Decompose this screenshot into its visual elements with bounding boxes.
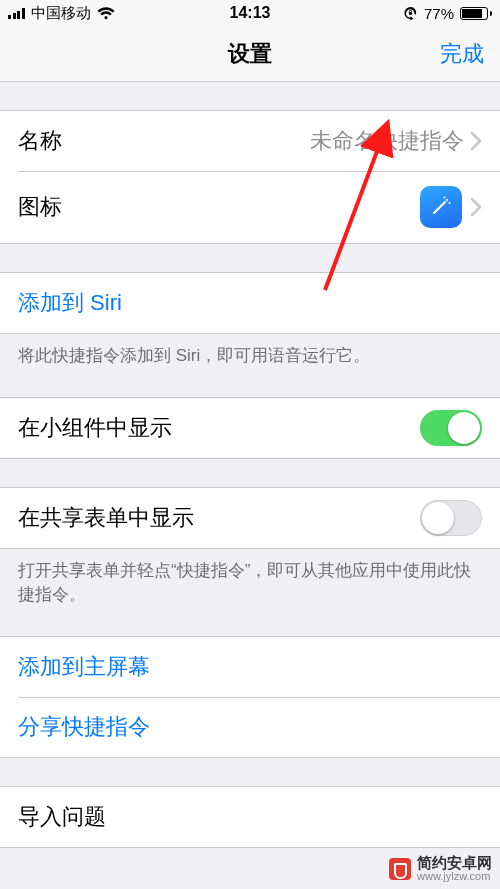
group-widget: 在小组件中显示	[0, 397, 500, 459]
page-title: 设置	[228, 39, 272, 69]
import-label: 导入问题	[18, 802, 106, 832]
share-sheet-toggle[interactable]	[420, 500, 482, 536]
add-to-home-label: 添加到主屏幕	[18, 652, 150, 682]
watermark-logo-icon	[389, 858, 411, 880]
add-to-siri-label: 添加到 Siri	[18, 288, 122, 318]
shortcut-app-icon	[420, 186, 462, 228]
svg-point-1	[446, 199, 448, 201]
watermark: 简约安卓网 www.jylzw.com	[389, 855, 492, 883]
battery-icon	[460, 7, 492, 20]
group-import: 导入问题	[0, 786, 500, 848]
row-add-to-home[interactable]: 添加到主屏幕	[0, 637, 500, 697]
siri-hint-text: 将此快捷指令添加到 Siri，即可用语音运行它。	[0, 334, 500, 369]
watermark-title: 简约安卓网	[417, 855, 492, 870]
chevron-right-icon	[470, 131, 482, 151]
group-actions: 添加到主屏幕 分享快捷指令	[0, 636, 500, 758]
row-icon[interactable]: 图标	[0, 171, 500, 243]
row-share-shortcut[interactable]: 分享快捷指令	[0, 697, 500, 757]
share-shortcut-label: 分享快捷指令	[18, 712, 150, 742]
icon-label: 图标	[18, 192, 62, 222]
widget-toggle[interactable]	[420, 410, 482, 446]
svg-point-2	[449, 202, 451, 204]
name-value: 未命名快捷指令	[62, 126, 470, 156]
widget-label: 在小组件中显示	[18, 413, 172, 443]
share-sheet-label: 在共享表单中显示	[18, 503, 194, 533]
group-basic: 名称 未命名快捷指令 图标	[0, 110, 500, 244]
row-import[interactable]: 导入问题	[0, 787, 500, 847]
status-time: 14:13	[0, 4, 500, 22]
svg-point-3	[444, 197, 446, 199]
name-label: 名称	[18, 126, 62, 156]
row-share-sheet: 在共享表单中显示	[0, 488, 500, 548]
share-sheet-hint-text: 打开共享表单并轻点“快捷指令”，即可从其他应用中使用此快捷指令。	[0, 549, 500, 608]
row-add-to-siri[interactable]: 添加到 Siri	[0, 273, 500, 333]
group-share-sheet: 在共享表单中显示	[0, 487, 500, 549]
nav-bar: 设置 完成	[0, 26, 500, 82]
done-button[interactable]: 完成	[440, 26, 484, 81]
watermark-url: www.jylzw.com	[417, 870, 492, 883]
chevron-right-icon	[470, 197, 482, 217]
row-show-in-widget: 在小组件中显示	[0, 398, 500, 458]
row-name[interactable]: 名称 未命名快捷指令	[0, 111, 500, 171]
group-siri: 添加到 Siri	[0, 272, 500, 334]
status-bar: 中国移动 14:13 77%	[0, 0, 500, 26]
